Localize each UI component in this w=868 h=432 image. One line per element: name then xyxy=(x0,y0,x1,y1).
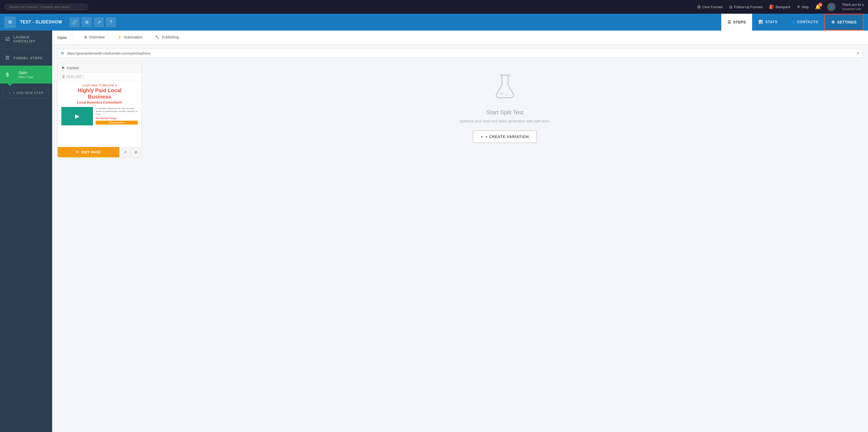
steps-icon: ☰ xyxy=(727,20,731,24)
card-external-button[interactable]: ↗ xyxy=(119,147,130,157)
thumbnail-video-row: ▶ Consectetur adipiscing elit. Quis mi n… xyxy=(61,107,138,125)
control-card: ⚑ Control 🖼 YOUR LOGO Learn How To Becom… xyxy=(57,63,142,157)
automation-icon: ⚡ xyxy=(117,35,122,39)
funnel-title: TEST - SLIDESHOW xyxy=(20,20,62,25)
search-input[interactable] xyxy=(4,3,89,10)
image-icon: 🖼 xyxy=(62,75,65,78)
step-type: Sales Page xyxy=(19,75,49,79)
url-bar: ⚙ https://grantambrose90.clickfunnels.co… xyxy=(57,49,863,58)
overview-icon: ⊞ xyxy=(84,35,87,39)
tab-settings[interactable]: ⚙ SETTINGS xyxy=(824,14,864,31)
flask-icon xyxy=(494,73,516,105)
svg-point-1 xyxy=(499,92,503,95)
header-tabs: ☰ STEPS 📊 STATS 👥 CONTACTS ⚙ SETTINGS xyxy=(721,14,864,31)
contacts-icon: 👥 xyxy=(790,20,795,24)
thumbnail-logo-bar: 🖼 YOUR LOGO xyxy=(58,73,142,81)
edit-page-button[interactable]: ✏ EDIT PAGE xyxy=(58,147,119,157)
nav-link-help[interactable]: ✕ Help xyxy=(797,4,809,9)
user-info: Thank you for y Unnamed User xyxy=(842,3,864,11)
notification-count: 12 xyxy=(818,3,823,7)
split-test-description: Optimize your lead and sales generation … xyxy=(459,119,551,124)
thumbnail-desc: Local Business Consultant! xyxy=(61,100,138,104)
thumbnail-download: Download Now! xyxy=(96,121,138,125)
funnel-steps-icon: ☰ xyxy=(5,55,10,61)
link-action-button[interactable]: 🔗 xyxy=(69,17,80,27)
plus-icon: + xyxy=(9,91,11,95)
thumbnail-title1: Highly Paid Local xyxy=(61,87,138,94)
funnel-header: ⚙ TEST - SLIDESHOW 🔗 ⧉ ↗ ? ☰ STEPS 📊 STA… xyxy=(0,14,868,31)
sidebar-item-launch-checklist[interactable]: ☑ LAUNCH CHECKLIST xyxy=(0,31,52,48)
edit-icon: ✏ xyxy=(76,150,79,154)
gear-icon: ⚙ xyxy=(8,19,12,25)
logo-placeholder: 🖼 YOUR LOGO xyxy=(60,74,84,79)
dollar-icon: $ xyxy=(6,72,9,78)
copy-icon: ⧉ xyxy=(85,20,88,25)
url-external-link-icon[interactable]: ↗ xyxy=(856,51,859,55)
step-arrow xyxy=(7,84,13,86)
sub-header: Optin ⊞ Overview ⚡ Automation 🔧 Publishi… xyxy=(52,31,868,44)
settings-icon: ⚙ xyxy=(831,20,835,24)
followup-icon: ◎ xyxy=(729,4,733,9)
nav-link-clickfunnels[interactable]: ⊞ Click Funnels xyxy=(697,4,723,9)
card-gear-icon: ⚙ xyxy=(134,150,138,154)
sub-tab-publishing[interactable]: 🔧 Publishing xyxy=(149,31,185,44)
add-new-step-button[interactable]: + + ADD NEW STEP xyxy=(3,88,49,98)
funnel-gear-button[interactable]: ⚙ xyxy=(4,16,16,28)
card-actions: ✏ EDIT PAGE ↗ ⚙ xyxy=(58,147,142,157)
variations-grid: ⚑ Control 🖼 YOUR LOGO Learn How To Becom… xyxy=(52,60,868,432)
svg-point-2 xyxy=(505,94,508,96)
sub-tabs: ⊞ Overview ⚡ Automation 🔧 Publishing xyxy=(72,31,868,44)
nav-links: ⊞ Click Funnels ◎ Follow-Up Funnels 🎒 Ba… xyxy=(697,3,864,11)
thumbnail-video: ▶ xyxy=(61,107,93,125)
step-color-bar: $ xyxy=(0,66,15,84)
nav-link-backpack[interactable]: 🎒 Backpack xyxy=(769,4,790,9)
sidebar: ☑ LAUNCH CHECKLIST ☰ FUNNEL STEPS $ Opti… xyxy=(0,31,52,432)
external-action-button[interactable]: ↗ xyxy=(94,17,104,27)
sidebar-divider xyxy=(0,49,52,49)
card-settings-button[interactable]: ⚙ xyxy=(130,147,142,157)
sidebar-item-funnel-steps[interactable]: ☰ FUNNEL STEPS xyxy=(0,50,52,66)
page-thumbnail: 🖼 YOUR LOGO Learn How To Become a Highly… xyxy=(58,73,142,147)
url-settings-icon[interactable]: ⚙ xyxy=(61,51,64,55)
step-name: Optin xyxy=(19,70,49,75)
tab-stats[interactable]: 📊 STATS xyxy=(752,14,784,31)
link-icon: 🔗 xyxy=(72,20,77,25)
help-action-button[interactable]: ? xyxy=(106,17,116,27)
step-info: Optin Sales Page xyxy=(15,68,52,81)
create-variation-button[interactable]: + + CREATE VARIATION xyxy=(473,130,537,143)
thumbnail-subtitle: Learn How To Become a xyxy=(61,84,138,87)
sub-tab-automation[interactable]: ⚡ Automation xyxy=(111,31,149,44)
play-icon: ▶ xyxy=(75,113,80,120)
main-layout: ☑ LAUNCH CHECKLIST ☰ FUNNEL STEPS $ Opti… xyxy=(0,31,868,432)
page-label: Optin xyxy=(52,31,72,44)
control-card-header: ⚑ Control xyxy=(58,63,142,73)
flag-icon: ⚑ xyxy=(61,66,65,70)
avatar[interactable]: 👤 xyxy=(827,3,836,11)
thumbnail-cta: Get Started Today! xyxy=(96,117,138,120)
question-icon: ? xyxy=(110,20,112,25)
thumbnail-content: Learn How To Become a Highly Paid Local … xyxy=(58,81,142,128)
split-test-area: Start Split Test Optimize your lead and … xyxy=(147,63,863,154)
backpack-icon: 🎒 xyxy=(769,4,774,9)
thumbnail-side-text: Consectetur adipiscing elit. Quis mi nul… xyxy=(96,107,138,125)
funnel-actions: 🔗 ⧉ ↗ ? xyxy=(69,17,116,27)
publishing-icon: 🔧 xyxy=(155,35,160,39)
stats-icon: 📊 xyxy=(758,20,763,24)
thumbnail-title2: Business xyxy=(61,94,138,100)
tab-steps[interactable]: ☰ STEPS xyxy=(721,14,752,31)
card-external-icon: ↗ xyxy=(124,150,127,154)
create-variation-plus-icon: + xyxy=(481,134,483,139)
checklist-icon: ☑ xyxy=(5,36,10,42)
copy-action-button[interactable]: ⧉ xyxy=(82,17,92,27)
control-label: Control xyxy=(67,66,79,70)
notifications-bell[interactable]: 🔔 12 xyxy=(815,4,821,10)
sub-tab-overview[interactable]: ⊞ Overview xyxy=(78,31,111,44)
tab-contacts[interactable]: 👥 CONTACTS xyxy=(784,14,824,31)
funnel-step-optin[interactable]: $ Optin Sales Page xyxy=(0,66,52,84)
url-bar-wrapper: ⚙ https://grantambrose90.clickfunnels.co… xyxy=(52,44,868,60)
external-link-icon: ↗ xyxy=(97,20,101,25)
help-icon: ✕ xyxy=(797,4,800,9)
content-area: Optin ⊞ Overview ⚡ Automation 🔧 Publishi… xyxy=(52,31,868,432)
url-text: https://grantambrose90.clickfunnels.com/… xyxy=(67,51,854,55)
nav-link-followup[interactable]: ◎ Follow-Up Funnels xyxy=(729,4,763,9)
